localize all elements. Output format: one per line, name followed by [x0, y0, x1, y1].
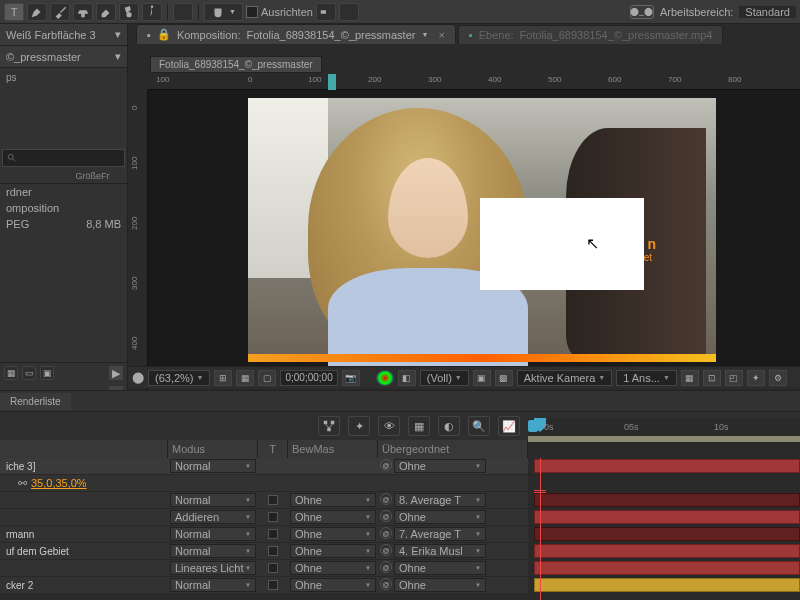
resolution-dropdown[interactable]: (Voll)▼	[420, 370, 469, 386]
expose-btn[interactable]: ✦	[747, 370, 765, 386]
project-search[interactable]	[2, 149, 125, 167]
layer-bar[interactable]	[534, 544, 800, 558]
trkmat-dropdown[interactable]: Ohne▼	[290, 561, 376, 575]
trkmat-dropdown[interactable]: Ohne▼	[290, 544, 376, 558]
layer-bar[interactable]	[534, 459, 800, 473]
parent-dropdown[interactable]: 8. Average T▼	[394, 493, 486, 507]
pickwhip-icon[interactable]: @	[380, 459, 392, 471]
layer-name[interactable]: uf dem Gebiet	[0, 546, 168, 557]
local-axis[interactable]	[173, 3, 193, 21]
transparency-btn[interactable]: ▩	[495, 370, 513, 386]
project-item[interactable]: PEG8,8 MB	[0, 216, 127, 232]
scale-value[interactable]: 35,0,35,0%	[31, 477, 87, 489]
ruler-marker-h[interactable]	[328, 74, 336, 90]
pickwhip-icon[interactable]: @	[380, 578, 392, 590]
sync-icon[interactable]: ⬤	[132, 371, 144, 384]
motion-blur-btn[interactable]: ◐	[438, 416, 460, 436]
chain-icon[interactable]: ⬤⎯⬤	[630, 5, 654, 19]
pickwhip-icon[interactable]: @	[380, 544, 392, 556]
project-item[interactable]: omposition	[0, 200, 127, 216]
mode-dropdown[interactable]: Addieren▼	[170, 510, 256, 524]
comp-tab-inactive[interactable]: ▪ Ebene: Fotolia_68938154_©_pressmaster.…	[458, 25, 724, 44]
camera-dropdown[interactable]: Aktive Kamera▼	[517, 370, 612, 386]
pickwhip-icon[interactable]: @	[380, 561, 392, 573]
new-comp-btn[interactable]: ▣	[40, 366, 54, 380]
views-dropdown[interactable]: 1 Ans...▼	[616, 370, 677, 386]
draft-3d-btn[interactable]: ✦	[348, 416, 370, 436]
tab-dropdown[interactable]: ▼	[421, 31, 428, 38]
trkmat-dropdown[interactable]: Ohne▼	[290, 578, 376, 592]
shy-btn[interactable]: 👁	[378, 416, 400, 436]
col-mode[interactable]: Modus	[168, 440, 258, 458]
vf-btn-2[interactable]: ⊡	[703, 370, 721, 386]
pickwhip-icon[interactable]: @	[380, 527, 392, 539]
trkmat-dropdown[interactable]: Ohne▼	[290, 527, 376, 541]
link-icon[interactable]: ⚯	[18, 477, 27, 490]
color-mgmt-btn[interactable]: ◧	[398, 370, 416, 386]
puppet-tool[interactable]	[142, 3, 162, 21]
pin-icon[interactable]: ▪	[469, 29, 473, 41]
parent-dropdown[interactable]: Ohne▼	[394, 578, 486, 592]
roi-btn[interactable]: ▣	[473, 370, 491, 386]
layer-bar[interactable]	[534, 578, 800, 592]
text-tool[interactable]: T	[4, 3, 24, 21]
mode-dropdown[interactable]: Normal▼	[170, 578, 256, 592]
lock-icon[interactable]: 🔒	[157, 28, 171, 41]
snapshot-btn[interactable]: 📷	[342, 370, 360, 386]
layer-bar[interactable]	[534, 510, 800, 524]
col-trk[interactable]: BewMas	[288, 440, 378, 458]
timeline-tracks[interactable]	[528, 458, 800, 600]
brush-tool[interactable]	[50, 3, 70, 21]
layer-name[interactable]: iche 3]	[0, 461, 168, 472]
frame-blend-btn[interactable]: ▦	[408, 416, 430, 436]
parent-dropdown[interactable]: 4. Erika Musl▼	[394, 544, 486, 558]
workarea-start[interactable]	[528, 420, 538, 432]
zoom-dropdown[interactable]: (63,2%)▼	[148, 370, 210, 386]
grid-btn-1[interactable]: ⊞	[214, 370, 232, 386]
layer-name[interactable]: rmann	[0, 529, 168, 540]
preserve-transparency[interactable]	[268, 580, 278, 590]
roto-tool[interactable]	[119, 3, 139, 21]
panel-tab-1[interactable]: Weiß Farbfläche 3▾	[0, 24, 127, 46]
align-tool-2[interactable]	[339, 3, 359, 21]
mode-dropdown[interactable]: Normal▼	[170, 459, 256, 473]
new-folder-btn[interactable]: ▭	[22, 366, 36, 380]
layer-bar[interactable]	[534, 527, 800, 541]
scroll-right[interactable]: ▶	[109, 366, 123, 380]
comp-tab-active[interactable]: ▪ 🔒 Komposition: Fotolia_68938154_©_pres…	[136, 24, 456, 44]
flowchart-tab[interactable]: Fotolia_68938154_©_pressmaster	[150, 56, 322, 73]
mode-dropdown[interactable]: Normal▼	[170, 527, 256, 541]
trkmat-dropdown[interactable]: Ohne▼	[290, 510, 376, 524]
panel-tab-2[interactable]: ©_pressmaster▾	[0, 46, 127, 68]
vf-btn-3[interactable]: ◰	[725, 370, 743, 386]
current-timecode[interactable]: 0;00;00;00	[280, 370, 337, 386]
grid-btn-2[interactable]: ▦	[236, 370, 254, 386]
clone-tool[interactable]	[73, 3, 93, 21]
parent-dropdown[interactable]: Ohne▼	[394, 459, 486, 473]
preserve-transparency[interactable]	[268, 512, 278, 522]
playhead-line[interactable]	[540, 458, 541, 600]
pen-tool[interactable]	[27, 3, 47, 21]
workspace-value[interactable]: Standard	[739, 6, 796, 18]
composition-viewer[interactable]: n et ↖	[148, 90, 800, 366]
mode-dropdown[interactable]: Lineares Licht▼	[170, 561, 256, 575]
align-checkbox[interactable]	[246, 6, 258, 18]
align-tool-1[interactable]	[316, 3, 336, 21]
pickwhip-icon[interactable]: @	[380, 493, 392, 505]
composition-canvas[interactable]: n et ↖	[248, 98, 716, 362]
layer-bar[interactable]	[534, 493, 800, 507]
preserve-transparency[interactable]	[268, 495, 278, 505]
vertical-ruler[interactable]: 0 100 200 300 400	[128, 90, 148, 390]
flowchart-btn[interactable]: ⚙	[769, 370, 787, 386]
parent-dropdown[interactable]: 7. Average T▼	[394, 527, 486, 541]
mask-btn[interactable]: ▢	[258, 370, 276, 386]
layer-bar[interactable]	[534, 561, 800, 575]
layer-name[interactable]: cker 2	[0, 580, 168, 591]
white-solid-layer[interactable]	[480, 198, 644, 290]
graph-editor-btn[interactable]: 📈	[498, 416, 520, 436]
snap-dropdown[interactable]: ▼	[204, 3, 243, 21]
parent-dropdown[interactable]: Ohne▼	[394, 561, 486, 575]
pickwhip-icon[interactable]: @	[380, 510, 392, 522]
channel-btn[interactable]	[376, 370, 394, 386]
preserve-transparency[interactable]	[268, 529, 278, 539]
